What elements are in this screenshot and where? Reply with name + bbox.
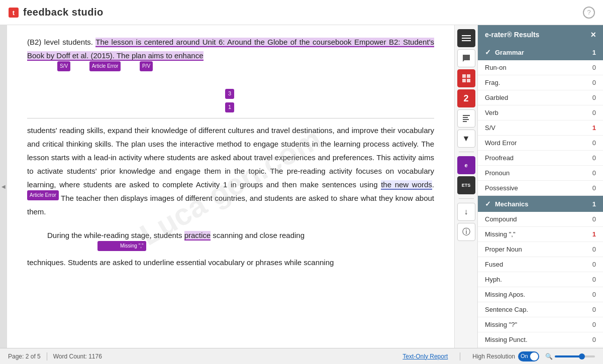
page-num-3: 3 bbox=[225, 89, 234, 99]
mechanics-section-header[interactable]: ✓ Mechanics 1 bbox=[478, 196, 603, 212]
zoom-slider[interactable] bbox=[555, 355, 595, 357]
high-resolution-toggle-area: High Resolution On bbox=[472, 351, 539, 361]
erater-content: ✓ Grammar 1 Run-on0 Frag.0 Garbled0 Verb… bbox=[478, 44, 603, 348]
mechanics-item-proper-noun[interactable]: Proper Noun0 bbox=[478, 242, 603, 257]
svg-rect-9 bbox=[463, 115, 470, 116]
highlight-lesson-sentence: The lesson is centered around Unit 6: Ar… bbox=[27, 38, 434, 61]
paragraph-1: (B2) level students. The lesson is cente… bbox=[27, 35, 434, 76]
main-area: ◀ Luca gen.com (B2) level students. The … bbox=[0, 25, 603, 348]
page-number-area: 3 1 bbox=[27, 86, 434, 113]
grammar-item-proofread[interactable]: Proofread0 bbox=[478, 151, 603, 166]
grammar-label: Grammar bbox=[495, 49, 524, 56]
download-button[interactable]: ↓ bbox=[457, 203, 475, 221]
mechanics-item-missing-punct[interactable]: Missing Punct.0 bbox=[478, 332, 603, 347]
high-resolution-label: High Resolution bbox=[472, 353, 515, 360]
mechanics-item-sentence-cap[interactable]: Sentence Cap.0 bbox=[478, 302, 603, 317]
grammar-section-header[interactable]: ✓ Grammar 1 bbox=[478, 44, 603, 60]
grammar-item-verb[interactable]: Verb0 bbox=[478, 105, 603, 120]
fused-count: 0 bbox=[592, 261, 596, 268]
missing-comma-count: 1 bbox=[592, 230, 596, 238]
grammar-item-frag[interactable]: Frag.0 bbox=[478, 75, 603, 90]
svg-rect-11 bbox=[463, 119, 469, 120]
erater-panel: e-rater® Results × ✓ Grammar 1 Run-on0 F… bbox=[477, 25, 603, 348]
grammar-item-pronoun[interactable]: Pronoun0 bbox=[478, 166, 603, 181]
highlight-new-words: the new words bbox=[381, 180, 432, 190]
proper-noun-label: Proper Noun bbox=[485, 246, 592, 253]
mechanics-item-fused[interactable]: Fused0 bbox=[478, 257, 603, 272]
svg-rect-6 bbox=[467, 74, 470, 78]
toggle-on-label: On bbox=[521, 353, 528, 359]
mechanics-item-missing-question[interactable]: Missing "?"0 bbox=[478, 317, 603, 332]
article-error-inline: Article Error bbox=[27, 191, 59, 205]
missing-punct-label: Missing Punct. bbox=[485, 336, 592, 343]
toolbar-divider-2 bbox=[459, 198, 474, 199]
collapse-icon: ◀ bbox=[2, 184, 6, 189]
missing-punct-count: 0 bbox=[592, 336, 596, 343]
sv-label: S/V bbox=[485, 124, 592, 132]
help-button[interactable]: ? bbox=[583, 7, 595, 19]
footer-sep-1 bbox=[47, 352, 47, 360]
high-resolution-toggle[interactable]: On bbox=[518, 351, 539, 361]
page-num-1: 1 bbox=[225, 102, 234, 112]
erater-header: e-rater® Results × bbox=[478, 25, 603, 44]
info-button[interactable]: ⓘ bbox=[457, 223, 475, 241]
zoom-handle[interactable] bbox=[579, 353, 585, 359]
sentence-cap-count: 0 bbox=[592, 306, 596, 313]
verb-count: 0 bbox=[592, 109, 596, 116]
mechanics-item-hyph[interactable]: Hyph.0 bbox=[478, 272, 603, 287]
erater-button[interactable]: e bbox=[457, 156, 475, 174]
layers-button[interactable] bbox=[457, 29, 475, 47]
footer: Page: 2 of 5 Word Count: 1176 Text-Only … bbox=[0, 348, 603, 364]
mechanics-item-compound[interactable]: Compound0 bbox=[478, 212, 603, 227]
pv-tag[interactable]: P/V bbox=[140, 61, 153, 71]
mechanics-check-icon: ✓ bbox=[485, 200, 491, 208]
missing-apos-count: 0 bbox=[592, 291, 596, 298]
verb-label: Verb bbox=[485, 109, 592, 116]
ets-button[interactable]: ETS bbox=[457, 176, 475, 194]
frag-count: 0 bbox=[592, 79, 596, 86]
svg-rect-10 bbox=[463, 117, 468, 118]
collapse-handle[interactable]: ◀ bbox=[0, 25, 7, 348]
pronoun-count: 0 bbox=[592, 169, 596, 177]
possessive-label: Possessive bbox=[485, 184, 592, 192]
sentence-cap-label: Sentence Cap. bbox=[485, 306, 592, 313]
sv-tag[interactable]: S/V bbox=[57, 61, 70, 71]
proofread-label: Proofread bbox=[485, 154, 592, 162]
grammar-count: 1 bbox=[592, 49, 596, 56]
grademark-button[interactable] bbox=[457, 109, 475, 128]
garbled-count: 0 bbox=[592, 94, 596, 101]
missing-apos-label: Missing Apos. bbox=[485, 291, 592, 298]
filter-button[interactable]: ▼ bbox=[457, 130, 475, 148]
compound-count: 0 bbox=[592, 215, 596, 223]
rubric-button[interactable] bbox=[457, 69, 475, 87]
page-info: Page: 2 of 5 bbox=[8, 353, 41, 360]
erater-close-button[interactable]: × bbox=[590, 30, 596, 39]
zoom-icon: 🔍 bbox=[545, 353, 553, 360]
grammar-item-run-on[interactable]: Run-on0 bbox=[478, 60, 603, 75]
comment-button[interactable] bbox=[457, 49, 475, 67]
mechanics-item-missing-apos[interactable]: Missing Apos.0 bbox=[478, 287, 603, 302]
mechanics-label: Mechanics bbox=[495, 200, 528, 208]
mechanics-count: 1 bbox=[592, 200, 596, 208]
grammar-item-sv[interactable]: S/V1 bbox=[478, 120, 603, 136]
logo-icon: t bbox=[8, 7, 19, 18]
grammar-item-garbled[interactable]: Garbled0 bbox=[478, 90, 603, 105]
frag-label: Frag. bbox=[485, 79, 592, 86]
article-error-tag-1[interactable]: Article Error bbox=[89, 61, 121, 71]
header: t feedback studio ? bbox=[0, 0, 603, 25]
svg-rect-3 bbox=[462, 38, 471, 39]
mechanics-item-missing-comma[interactable]: Missing ","1 bbox=[478, 227, 603, 242]
text-only-report-link[interactable]: Text-Only Report bbox=[403, 353, 448, 360]
missing-comma-tag[interactable]: Missing "," bbox=[97, 241, 146, 251]
score-button[interactable]: 2 bbox=[457, 89, 475, 107]
paragraph-3: During the while-reading stage, students… bbox=[27, 228, 434, 269]
document-area: Luca gen.com (B2) level students. The le… bbox=[7, 25, 454, 348]
missing-question-label: Missing "?" bbox=[485, 321, 592, 328]
zoom-container: 🔍 bbox=[545, 353, 595, 360]
grammar-item-possessive[interactable]: Possessive0 bbox=[478, 181, 603, 196]
footer-right: Text-Only Report High Resolution On 🔍 bbox=[403, 351, 595, 361]
article-error-tag-2[interactable]: Article Error bbox=[27, 190, 59, 200]
document-text: (B2) level students. The lesson is cente… bbox=[27, 35, 434, 269]
grammar-item-word-error[interactable]: Word Error0 bbox=[478, 136, 603, 151]
pronoun-label: Pronoun bbox=[485, 169, 592, 177]
